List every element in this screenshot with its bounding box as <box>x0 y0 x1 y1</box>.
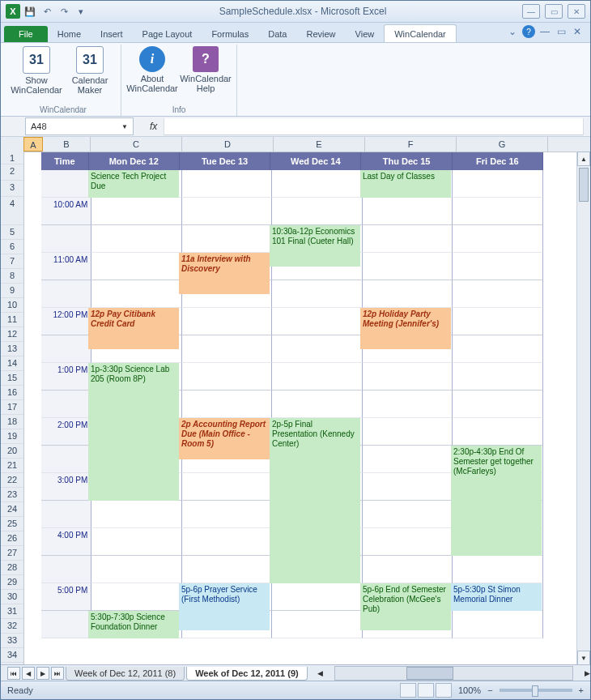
row-header[interactable]: 11 <box>1 313 23 327</box>
tab-view[interactable]: View <box>346 25 385 42</box>
calendar-cell[interactable] <box>182 335 273 363</box>
calendar-cell[interactable] <box>272 280 363 308</box>
row-header[interactable]: 33 <box>1 634 23 648</box>
calendar-cell[interactable] <box>272 583 363 611</box>
normal-view-button[interactable] <box>400 683 416 698</box>
row-header[interactable]: 6 <box>1 240 23 254</box>
row-header[interactable]: 14 <box>1 356 23 371</box>
row-header[interactable]: 23 <box>1 488 23 502</box>
row-header[interactable]: 22 <box>1 473 23 488</box>
row-header[interactable]: 32 <box>1 619 23 634</box>
tab-wincalendar[interactable]: WinCalendar <box>384 24 457 42</box>
calendar-cell[interactable] <box>272 363 363 391</box>
tab-formulas[interactable]: Formulas <box>202 25 258 42</box>
tab-review[interactable]: Review <box>296 25 345 42</box>
calendar-cell[interactable] <box>453 170 543 198</box>
calendar-cell[interactable] <box>363 225 453 253</box>
calendar-cell[interactable] <box>453 391 543 418</box>
column-header-b[interactable]: B <box>43 137 91 152</box>
tab-nav-prev-icon[interactable]: ◀ <box>22 667 35 680</box>
row-header[interactable]: 9 <box>1 284 23 298</box>
event[interactable]: 2:30p-4:30p End Of Semester get together… <box>451 446 542 556</box>
calendar-cell[interactable] <box>91 225 182 253</box>
tab-insert[interactable]: Insert <box>91 25 133 42</box>
calendar-cell[interactable] <box>363 280 453 308</box>
row-header[interactable]: 7 <box>1 254 23 269</box>
row-header[interactable]: 15 <box>1 371 23 386</box>
doc-restore-icon[interactable]: ▭ <box>555 25 568 38</box>
tab-page-layout[interactable]: Page Layout <box>133 25 202 42</box>
calendar-cell[interactable] <box>91 280 182 308</box>
doc-close-icon[interactable]: ✕ <box>571 25 584 38</box>
calendar-cell[interactable] <box>453 280 543 308</box>
column-header-a[interactable]: A <box>23 137 43 152</box>
calendar-cell[interactable] <box>363 418 453 446</box>
calendar-cell[interactable] <box>182 528 273 556</box>
ribbon-minimize-icon[interactable]: ⌄ <box>506 25 519 38</box>
calendar-cell[interactable] <box>363 363 453 391</box>
page-break-view-button[interactable] <box>436 683 452 698</box>
column-header-e[interactable]: E <box>274 137 365 152</box>
zoom-in-icon[interactable]: + <box>579 685 584 695</box>
calendar-cell[interactable] <box>453 198 543 225</box>
sheet-tab-active[interactable]: Week of Dec 12, 2011 (9) <box>186 667 308 681</box>
calendar-cell[interactable] <box>182 391 273 418</box>
row-header[interactable]: 30 <box>1 590 23 604</box>
page-layout-view-button[interactable] <box>418 683 434 698</box>
calendar-cell[interactable] <box>182 308 273 335</box>
row-header[interactable]: 27 <box>1 546 23 561</box>
fx-label[interactable]: fx <box>150 121 157 132</box>
calendar-cell[interactable] <box>363 556 453 583</box>
row-header[interactable]: 16 <box>1 386 23 400</box>
calendar-cell[interactable] <box>182 556 273 583</box>
row-header[interactable]: 29 <box>1 575 23 590</box>
column-header-g[interactable]: G <box>457 137 548 152</box>
column-header-c[interactable]: C <box>91 137 182 152</box>
tab-home[interactable]: Home <box>48 25 91 42</box>
calendar-cell[interactable] <box>91 501 182 528</box>
row-header[interactable]: 17 <box>1 400 23 415</box>
event[interactable]: 5:30p-7:30p Science Foundation Dinner <box>88 611 179 638</box>
tab-nav-first-icon[interactable]: ⏮ <box>7 667 20 680</box>
event[interactable]: 12p Pay Citibank Credit Card <box>88 308 179 349</box>
row-header[interactable]: 26 <box>1 531 23 546</box>
event[interactable]: 10:30a-12p Economics 101 Final (Cueter H… <box>270 225 360 267</box>
about-button[interactable]: i About WinCalendar <box>128 45 176 105</box>
event[interactable]: 12p Holiday Party Meeting (Jennifer's) <box>360 308 451 349</box>
zoom-level[interactable]: 100% <box>458 685 481 695</box>
calendar-cell[interactable] <box>453 225 543 253</box>
column-header-d[interactable]: D <box>182 137 274 152</box>
row-header[interactable]: 8 <box>1 269 23 284</box>
save-icon[interactable]: 💾 <box>23 4 37 19</box>
calendar-cell[interactable] <box>272 198 363 225</box>
calendar-cell[interactable] <box>272 335 363 363</box>
calendar-cell[interactable] <box>91 253 182 280</box>
calendar-cell[interactable] <box>453 611 543 638</box>
dropdown-icon[interactable]: ▼ <box>121 123 128 130</box>
event[interactable]: Science Tech Project Due <box>88 170 179 198</box>
event[interactable]: 2p Accounting Report Due (Main Office - … <box>179 418 270 459</box>
qat-dropdown-icon[interactable]: ▾ <box>74 4 88 19</box>
calendar-cell[interactable] <box>363 528 453 556</box>
scroll-left-icon[interactable]: ◀ <box>317 669 323 677</box>
row-header[interactable]: 10 <box>1 298 23 313</box>
row-header[interactable]: 1 <box>1 152 23 164</box>
calendar-body[interactable]: 10:00 AM11:00 AM12:00 PM1:00 PM2:00 PM3:… <box>41 170 543 638</box>
name-box[interactable]: A48 ▼ <box>25 117 134 135</box>
scroll-right-icon[interactable]: ▶ <box>585 669 590 677</box>
calendar-cell[interactable] <box>91 583 182 611</box>
calendar-cell[interactable] <box>453 556 543 583</box>
calendar-cell[interactable] <box>453 308 543 335</box>
row-header[interactable]: 18 <box>1 415 23 429</box>
scroll-thumb[interactable] <box>406 667 454 680</box>
minimize-button[interactable]: — <box>522 4 540 19</box>
row-header[interactable]: 2 <box>1 164 23 181</box>
row-header[interactable]: 19 <box>1 429 23 444</box>
calendar-cell[interactable] <box>272 611 363 638</box>
tab-nav-last-icon[interactable]: ⏭ <box>51 667 64 680</box>
row-header[interactable]: 4 <box>1 197 23 225</box>
calendar-cell[interactable] <box>363 253 453 280</box>
zoom-out-icon[interactable]: − <box>487 685 492 695</box>
help-button[interactable]: ? WinCalendar Help <box>181 45 230 105</box>
row-header[interactable]: 34 <box>1 648 23 663</box>
